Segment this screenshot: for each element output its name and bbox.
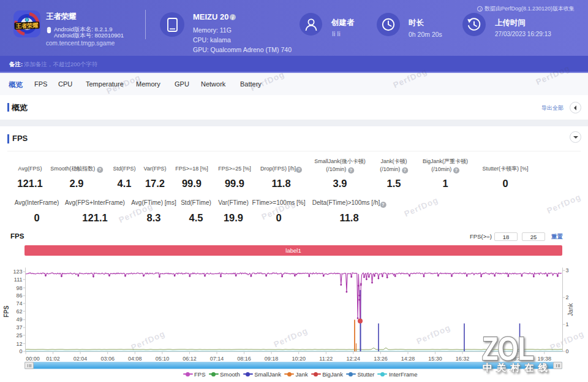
svg-text:ZOL: ZOL: [482, 330, 533, 367]
svg-text:03:06: 03:06: [100, 356, 115, 362]
svg-text:09:18: 09:18: [265, 356, 279, 362]
svg-text:2: 2: [566, 294, 569, 300]
svg-text:04:08: 04:08: [128, 356, 142, 362]
svg-text:07:14: 07:14: [210, 356, 224, 362]
svg-text:123: 123: [13, 269, 22, 275]
svg-text:15:30: 15:30: [428, 356, 442, 362]
svg-text:111: 111: [14, 277, 23, 283]
svg-text:25: 25: [16, 332, 22, 338]
svg-text:01:02: 01:02: [46, 356, 60, 362]
svg-text:3: 3: [566, 267, 569, 273]
svg-text:Jank: Jank: [567, 302, 574, 316]
svg-text:49: 49: [16, 316, 22, 323]
svg-text:37: 37: [16, 324, 22, 330]
svg-text:12:24: 12:24: [347, 356, 361, 362]
svg-text:08:16: 08:16: [237, 356, 251, 362]
svg-text:0: 0: [19, 348, 22, 354]
svg-text:05:10: 05:10: [156, 356, 170, 362]
svg-text:12: 12: [16, 341, 22, 347]
svg-text:10:20: 10:20: [292, 356, 306, 362]
svg-text:11:22: 11:22: [319, 356, 333, 362]
svg-text:02:04: 02:04: [74, 356, 88, 362]
svg-text:86: 86: [16, 292, 22, 299]
svg-text:06:12: 06:12: [183, 356, 197, 362]
svg-text:FPS: FPS: [3, 305, 10, 318]
svg-text:62: 62: [16, 308, 22, 315]
svg-text:98: 98: [16, 285, 22, 291]
svg-text:00:00: 00:00: [26, 356, 40, 362]
svg-text:13:26: 13:26: [374, 356, 388, 362]
svg-text:74: 74: [16, 300, 22, 307]
svg-text:14:28: 14:28: [401, 356, 415, 362]
